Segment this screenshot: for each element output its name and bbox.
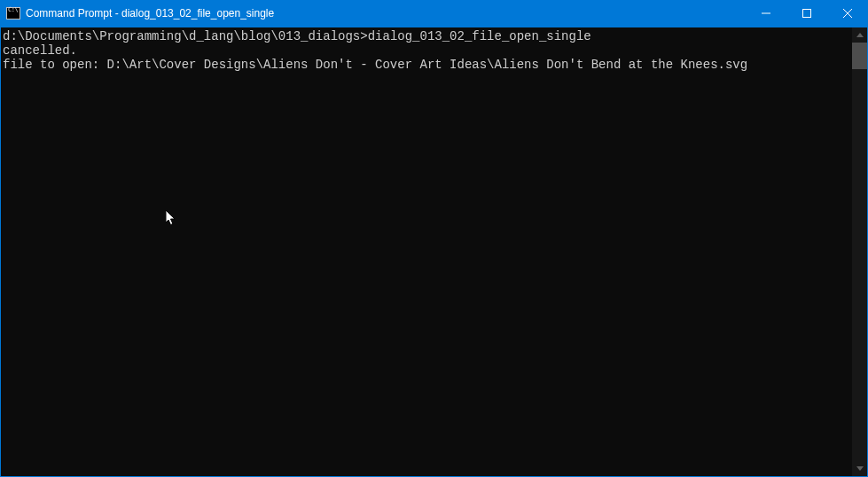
vertical-scrollbar[interactable] [852, 27, 867, 476]
svg-marker-5 [856, 466, 864, 471]
scroll-down-arrow-icon[interactable] [852, 461, 867, 476]
output-line: cancelled. [3, 43, 852, 58]
svg-marker-4 [856, 33, 864, 37]
prompt-path: d:\Documents\Programming\d_lang\blog\013… [3, 29, 368, 43]
minimize-button[interactable] [746, 0, 786, 27]
scroll-thumb[interactable] [852, 43, 867, 69]
svg-rect-1 [803, 10, 811, 18]
scroll-up-arrow-icon[interactable] [852, 27, 867, 43]
command-prompt-window: Command Prompt - dialog_013_02_file_open… [0, 0, 868, 477]
window-controls [746, 0, 868, 27]
client-area: d:\Documents\Programming\d_lang\blog\013… [0, 27, 868, 477]
maximize-button[interactable] [786, 0, 827, 27]
scroll-track[interactable] [852, 43, 867, 461]
close-button[interactable] [827, 0, 868, 27]
console-output[interactable]: d:\Documents\Programming\d_lang\blog\013… [1, 27, 852, 476]
titlebar[interactable]: Command Prompt - dialog_013_02_file_open… [0, 0, 868, 27]
cmd-icon [6, 6, 20, 20]
command-text: dialog_013_02_file_open_single [368, 29, 591, 43]
console-region: d:\Documents\Programming\d_lang\blog\013… [1, 27, 867, 476]
window-title: Command Prompt - dialog_013_02_file_open… [26, 7, 746, 20]
output-line: file to open: D:\Art\Cover Designs\Alien… [3, 58, 852, 72]
